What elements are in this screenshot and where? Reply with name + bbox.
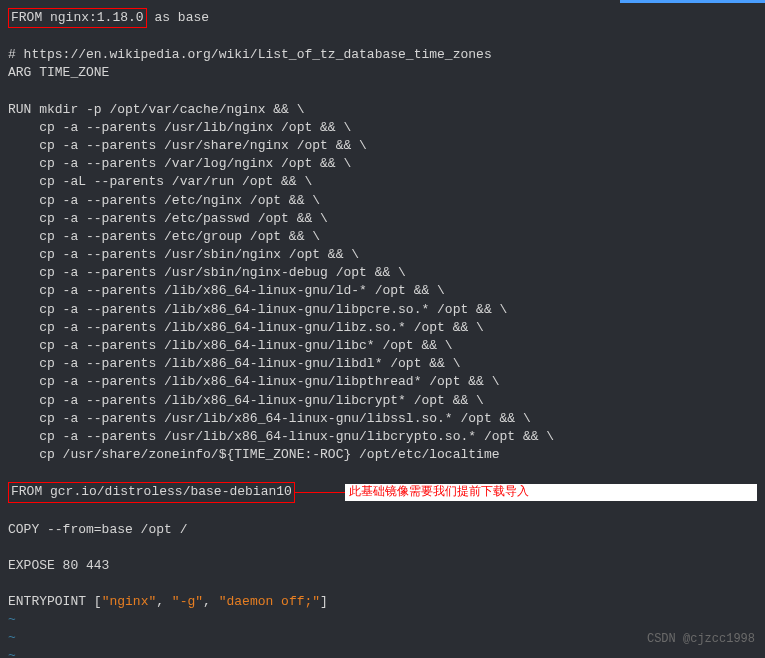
run-line: cp /usr/share/zoneinfo/${TIME_ZONE:-ROC}… — [8, 446, 757, 464]
blank-line — [8, 83, 757, 101]
string-literal: "nginx" — [102, 594, 157, 609]
run-line: cp -a --parents /lib/x86_64-linux-gnu/li… — [8, 337, 757, 355]
run-line: cp -a --parents /usr/sbin/nginx-debug /o… — [8, 264, 757, 282]
run-line: cp -a --parents /lib/x86_64-linux-gnu/li… — [8, 319, 757, 337]
run-line: cp -aL --parents /var/run /opt && \ — [8, 173, 757, 191]
blank-line — [8, 464, 757, 482]
run-line: cp -a --parents /usr/sbin/nginx /opt && … — [8, 246, 757, 264]
run-line: cp -a --parents /etc/nginx /opt && \ — [8, 192, 757, 210]
blank-line — [8, 575, 757, 593]
top-selection-bar — [620, 0, 765, 3]
run-line: cp -a --parents /etc/group /opt && \ — [8, 228, 757, 246]
comment-line: # https://en.wikipedia.org/wiki/List_of_… — [8, 46, 757, 64]
entrypoint-line: ENTRYPOINT ["nginx", "-g", "daemon off;"… — [8, 593, 757, 611]
copy-line: COPY --from=base /opt / — [8, 521, 757, 539]
run-line: cp -a --parents /lib/x86_64-linux-gnu/li… — [8, 355, 757, 373]
separator: , — [203, 594, 219, 609]
run-line: RUN mkdir -p /opt/var/cache/nginx && \ — [8, 101, 757, 119]
run-line: cp -a --parents /lib/x86_64-linux-gnu/li… — [8, 373, 757, 391]
annotation-connector — [295, 492, 345, 493]
highlight-box-from2: FROM gcr.io/distroless/base-debian10 — [8, 482, 295, 502]
entrypoint-prefix: ENTRYPOINT [ — [8, 594, 102, 609]
run-line: cp -a --parents /usr/share/nginx /opt &&… — [8, 137, 757, 155]
run-line: cp -a --parents /lib/x86_64-linux-gnu/li… — [8, 392, 757, 410]
code-line: FROM nginx:1.18.0 as base — [8, 8, 757, 28]
blank-line — [8, 539, 757, 557]
vim-tilde: ~ — [8, 647, 757, 658]
vim-tilde: ~ — [8, 611, 757, 629]
watermark: CSDN @cjzcc1998 — [647, 631, 755, 648]
vim-tilde: ~ — [8, 629, 757, 647]
annotation-container: FROM gcr.io/distroless/base-debian10 此基础… — [8, 482, 757, 502]
run-line: cp -a --parents /usr/lib/x86_64-linux-gn… — [8, 410, 757, 428]
blank-line — [8, 503, 757, 521]
entrypoint-suffix: ] — [320, 594, 328, 609]
string-literal: "-g" — [172, 594, 203, 609]
code-editor[interactable]: FROM nginx:1.18.0 as base # https://en.w… — [8, 8, 757, 658]
annotation-text: 此基础镜像需要我们提前下载导入 — [345, 484, 757, 501]
run-line: cp -a --parents /var/log/nginx /opt && \ — [8, 155, 757, 173]
blank-line — [8, 28, 757, 46]
run-line: cp -a --parents /lib/x86_64-linux-gnu/ld… — [8, 282, 757, 300]
run-line: cp -a --parents /lib/x86_64-linux-gnu/li… — [8, 301, 757, 319]
expose-line: EXPOSE 80 443 — [8, 557, 757, 575]
separator: , — [156, 594, 172, 609]
highlight-box-from: FROM nginx:1.18.0 — [8, 8, 147, 28]
run-line: cp -a --parents /usr/lib/nginx /opt && \ — [8, 119, 757, 137]
arg-line: ARG TIME_ZONE — [8, 64, 757, 82]
string-literal: "daemon off;" — [219, 594, 320, 609]
run-line: cp -a --parents /etc/passwd /opt && \ — [8, 210, 757, 228]
code-text: as base — [147, 10, 209, 25]
run-line: cp -a --parents /usr/lib/x86_64-linux-gn… — [8, 428, 757, 446]
